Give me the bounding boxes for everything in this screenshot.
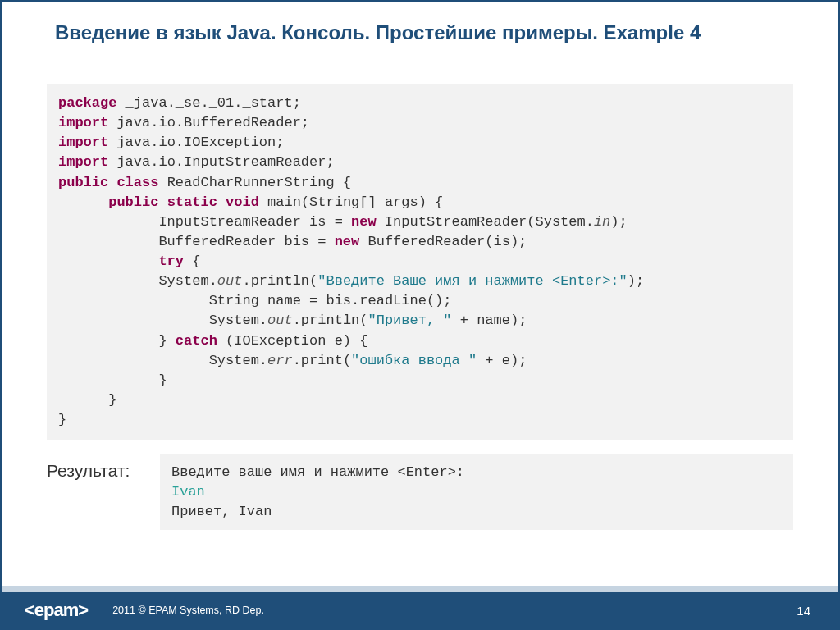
keyword-import: import bbox=[58, 135, 108, 150]
code-text: ); bbox=[610, 214, 627, 230]
footer-bar: <epam> 2011 © EPAM Systems, RD Dep. 14 bbox=[2, 592, 838, 628]
indent bbox=[58, 194, 108, 210]
result-label: Результат: bbox=[47, 454, 145, 481]
page-number: 14 bbox=[797, 604, 810, 618]
output-line: Привет, Ivan bbox=[171, 504, 272, 519]
keyword-new: new bbox=[351, 214, 377, 230]
keyword-class: class bbox=[116, 175, 158, 190]
keyword-import: import bbox=[58, 115, 108, 130]
italic-out: out bbox=[267, 313, 293, 328]
indent bbox=[58, 293, 209, 308]
copyright-text: 2011 © EPAM Systems, RD Dep. bbox=[112, 605, 264, 616]
string-literal: "Введите Ваше имя и нажмите <Enter>:" bbox=[317, 273, 627, 289]
code-text: _java._se._01._start; bbox=[116, 95, 300, 111]
slide-frame: Введение в язык Java. Консоль. Простейши… bbox=[0, 0, 840, 630]
italic-in: in bbox=[594, 214, 610, 230]
string-literal: "Привет, " bbox=[368, 313, 452, 328]
content-area: package _java._se._01._start; import jav… bbox=[2, 51, 838, 592]
code-text: .print( bbox=[293, 353, 351, 368]
indent bbox=[58, 234, 158, 249]
code-text: } bbox=[58, 333, 176, 349]
page-title: Введение в язык Java. Консоль. Простейши… bbox=[2, 2, 838, 51]
code-text: { bbox=[184, 253, 200, 269]
code-text: .println( bbox=[242, 273, 317, 289]
indent bbox=[58, 313, 209, 328]
keyword-new: new bbox=[335, 234, 360, 249]
footer-accent-strip bbox=[2, 586, 838, 592]
keyword-public: public bbox=[58, 175, 108, 190]
code-block: package _java._se._01._start; import jav… bbox=[47, 84, 793, 440]
italic-err: err bbox=[267, 353, 293, 368]
output-block: Введите ваше имя и нажмите <Enter>: Ivan… bbox=[160, 454, 793, 529]
code-text: java.io.IOException; bbox=[108, 135, 284, 150]
italic-out: out bbox=[217, 273, 243, 289]
output-user-input: Ivan bbox=[171, 484, 205, 500]
indent bbox=[58, 214, 158, 230]
keyword-import: import bbox=[58, 154, 108, 170]
code-text: + name); bbox=[452, 313, 527, 328]
code-text: System. bbox=[209, 313, 267, 328]
keyword-public: public bbox=[108, 194, 158, 210]
code-text: main(String[] args) { bbox=[259, 194, 443, 210]
code-text: java.io.BufferedReader; bbox=[108, 115, 309, 130]
code-text: BufferedReader(is); bbox=[359, 234, 527, 249]
indent bbox=[58, 273, 158, 289]
code-text: ); bbox=[628, 273, 644, 289]
epam-logo: <epam> bbox=[25, 600, 88, 621]
code-text: } bbox=[58, 412, 66, 427]
code-text: ReadCharRunnerString { bbox=[158, 175, 351, 190]
code-text: System. bbox=[158, 273, 217, 289]
keyword-package: package bbox=[58, 95, 116, 111]
indent bbox=[58, 253, 158, 269]
keyword-try: try bbox=[158, 253, 184, 269]
code-text: (IOException e) { bbox=[217, 333, 368, 349]
code-text: System. bbox=[209, 353, 267, 368]
code-text: java.io.InputStreamReader; bbox=[108, 154, 334, 170]
code-text: String name = bis.readLine(); bbox=[209, 293, 452, 308]
code-text: InputStreamReader(System. bbox=[377, 214, 594, 230]
keyword-static: static bbox=[167, 194, 217, 210]
keyword-catch: catch bbox=[176, 333, 217, 349]
output-line: Введите ваше имя и нажмите <Enter>: bbox=[171, 464, 464, 480]
code-text: } bbox=[58, 372, 167, 388]
string-literal: "ошибка ввода " bbox=[351, 353, 477, 368]
code-text: BufferedReader bis = bbox=[158, 234, 334, 249]
code-text: .println( bbox=[293, 313, 368, 328]
indent bbox=[58, 353, 209, 368]
result-row: Результат: Введите ваше имя и нажмите <E… bbox=[47, 454, 793, 529]
code-text: } bbox=[58, 392, 116, 408]
code-text: InputStreamReader is = bbox=[158, 214, 351, 230]
keyword-void: void bbox=[226, 194, 259, 210]
code-text: + e); bbox=[477, 353, 527, 368]
